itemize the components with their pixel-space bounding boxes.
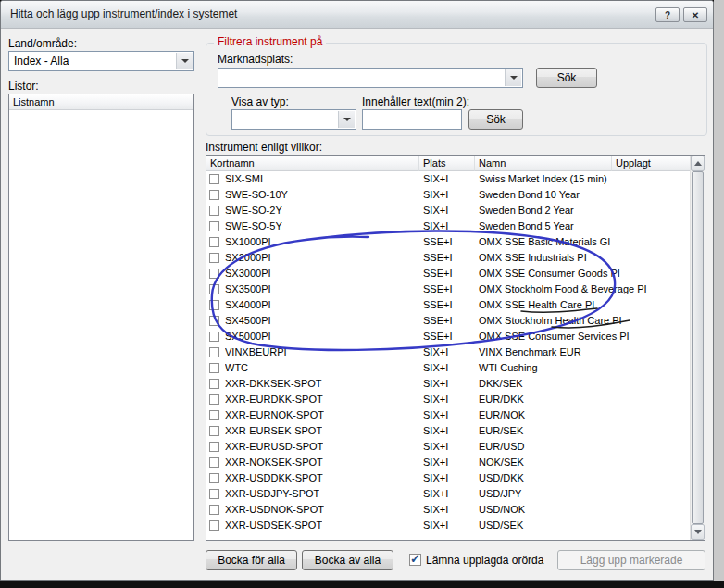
column-header-upplagt[interactable]: Upplagt <box>612 156 690 171</box>
cell-namn: EUR/NOK <box>475 407 612 423</box>
country-combobox-dropdown[interactable] <box>176 53 193 69</box>
table-row[interactable]: SWE-SO-5Y SIX+I Sweden Bond 5 Year <box>206 219 690 234</box>
table-row[interactable]: SX1000PI SSE+I OMX SSE Basic Materials G… <box>206 234 690 250</box>
table-row[interactable]: SIX-SMI SIX+I Swiss Market Index (15 min… <box>206 171 690 187</box>
row-checkbox[interactable] <box>209 520 219 531</box>
table-row[interactable]: VINXBEURPI SIX+I VINX Benchmark EUR <box>206 344 690 360</box>
column-header-kortnamn[interactable]: Kortnamn <box>206 156 419 171</box>
row-checkbox[interactable] <box>209 489 219 499</box>
row-checkbox[interactable] <box>209 505 219 515</box>
arrow-down-icon <box>694 530 702 538</box>
table-row[interactable]: XXR-USDJPY-SPOT SIX+I USD/JPY <box>206 486 690 502</box>
row-checkbox[interactable] <box>209 284 219 294</box>
row-checkbox[interactable] <box>209 316 219 326</box>
row-checkbox[interactable] <box>209 253 219 263</box>
table-row[interactable]: SWE-SO-2Y SIX+I Sweden Bond 2 Year <box>206 203 690 219</box>
table-header: Kortnamn Plats Namn Upplagt <box>206 156 690 171</box>
cell-plats: SSE+I <box>419 297 475 313</box>
listbox-header-listnamn[interactable]: Listnamn <box>9 94 193 110</box>
filter-group-title: Filtrera instrument på <box>214 35 326 48</box>
cell-upplagt <box>612 502 690 518</box>
table-row[interactable]: SWE-SO-10Y SIX+I Sweden Bond 10 Year <box>206 187 690 203</box>
cell-plats: SIX+I <box>419 171 475 187</box>
table-row[interactable]: WTC SIX+I WTI Cushing <box>206 360 690 376</box>
table-row[interactable]: XXR-EURSEK-SPOT SIX+I EUR/SEK <box>206 423 690 439</box>
desktop-gutter <box>714 0 724 581</box>
cell-plats: SSE+I <box>419 313 475 329</box>
row-checkbox[interactable] <box>209 347 219 357</box>
table-row[interactable]: SX5000PI SSE+I OMX SSE Consumer Services… <box>206 329 690 344</box>
help-icon: ? <box>665 10 670 20</box>
table-row[interactable]: XXR-USDSEK-SPOT SIX+I USD/SEK <box>206 518 690 533</box>
row-checkbox[interactable] <box>209 426 219 436</box>
cell-namn: Sweden Bond 5 Year <box>475 219 612 234</box>
kortnamn-text: XXR-EURNOK-SPOT <box>225 407 324 423</box>
row-checkbox[interactable] <box>209 457 219 468</box>
row-checkbox[interactable] <box>209 174 219 184</box>
kortnamn-text: SWE-SO-2Y <box>225 203 282 219</box>
check-all-button[interactable]: Bocka för alla <box>206 550 297 570</box>
kortnamn-text: XXR-USDSEK-SPOT <box>225 518 322 533</box>
cell-namn: OMX SSE Consumer Services PI <box>475 329 612 344</box>
table-row[interactable]: SX3500PI SSE+I OMX Stockholm Food & Beve… <box>206 281 690 297</box>
row-checkbox[interactable] <box>209 363 219 373</box>
cell-upplagt <box>612 407 690 423</box>
uncheck-all-button[interactable]: Bocka av alla <box>302 550 393 570</box>
row-checkbox[interactable] <box>209 394 219 405</box>
table-row[interactable]: XXR-DKKSEK-SPOT SIX+I DKK/SEK <box>206 376 690 392</box>
cell-plats: SIX+I <box>419 518 475 533</box>
close-button[interactable]: ✕ <box>683 7 707 22</box>
table-row[interactable]: XXR-USDNOK-SPOT SIX+I USD/NOK <box>206 502 690 518</box>
row-checkbox[interactable] <box>209 410 219 420</box>
row-checkbox[interactable] <box>209 237 219 247</box>
row-checkbox[interactable] <box>209 379 219 389</box>
row-checkbox[interactable] <box>209 473 219 483</box>
lists-listbox[interactable]: Listnamn <box>8 94 194 541</box>
row-checkbox[interactable] <box>209 206 219 216</box>
kortnamn-text: XXR-EURSEK-SPOT <box>225 423 322 439</box>
row-checkbox[interactable] <box>209 190 219 200</box>
cell-upplagt <box>612 281 690 297</box>
table-row[interactable]: XXR-NOKSEK-SPOT SIX+I NOK/SEK <box>206 455 690 470</box>
marketplace-search-button[interactable]: Sök <box>536 68 597 88</box>
contains-search-button[interactable]: Sök <box>468 109 523 130</box>
chevron-down-icon <box>181 59 189 67</box>
row-checkbox[interactable] <box>209 269 219 279</box>
scrollbar-down-button[interactable] <box>691 524 705 540</box>
row-checkbox[interactable] <box>209 332 219 342</box>
row-checkbox[interactable] <box>209 300 219 310</box>
scrollbar-thumb[interactable] <box>692 171 704 524</box>
table-row[interactable]: XXR-EURDKK-SPOT SIX+I EUR/DKK <box>206 392 690 407</box>
table-row[interactable]: SX2000PI SSE+I OMX SSE Industrials PI <box>206 250 690 266</box>
column-header-namn[interactable]: Namn <box>475 156 612 171</box>
country-combobox[interactable]: Index - Alla <box>8 51 194 71</box>
marketplace-combobox-dropdown[interactable] <box>505 69 521 86</box>
leave-untouched-checkbox[interactable] <box>409 554 421 566</box>
column-header-plats[interactable]: Plats <box>419 156 475 171</box>
marketplace-combobox[interactable] <box>218 68 523 88</box>
cell-namn: Swiss Market Index (15 min) <box>475 171 612 187</box>
row-checkbox[interactable] <box>209 221 219 231</box>
cell-kortnamn: SX3000PI <box>206 266 419 281</box>
row-checkbox[interactable] <box>209 442 219 452</box>
contains-text-input[interactable] <box>362 109 462 130</box>
table-row[interactable]: XXR-EURUSD-SPOT SIX+I EUR/USD <box>206 439 690 455</box>
table-row[interactable]: XXR-EURNOK-SPOT SIX+I EUR/NOK <box>206 407 690 423</box>
cell-plats: SIX+I <box>419 470 475 486</box>
leave-untouched-label: Lämna upplagda orörda <box>426 554 543 567</box>
table-row[interactable]: SX3000PI SSE+I OMX SSE Consumer Goods PI <box>206 266 690 281</box>
table-row[interactable]: SX4500PI SSE+I OMX Stockholm Health Care… <box>206 313 690 329</box>
type-combobox-dropdown[interactable] <box>338 111 355 128</box>
cell-kortnamn: SIX-SMI <box>206 171 419 187</box>
cell-plats: SIX+I <box>419 187 475 203</box>
cell-upplagt <box>612 266 690 281</box>
cell-namn: EUR/DKK <box>475 392 612 407</box>
help-button[interactable]: ? <box>655 7 680 22</box>
table-row[interactable]: SX4000PI SSE+I OMX SSE Health Care PI <box>206 297 690 313</box>
type-combobox[interactable] <box>231 109 356 130</box>
vertical-scrollbar[interactable] <box>690 156 705 540</box>
add-selected-button[interactable]: Lägg upp markerade <box>557 550 705 570</box>
table-row[interactable]: XXR-USDDKK-SPOT SIX+I USD/DKK <box>206 470 690 486</box>
title-bar[interactable]: Hitta och lägg upp instrument/index i sy… <box>1 1 713 29</box>
scrollbar-up-button[interactable] <box>691 156 705 171</box>
